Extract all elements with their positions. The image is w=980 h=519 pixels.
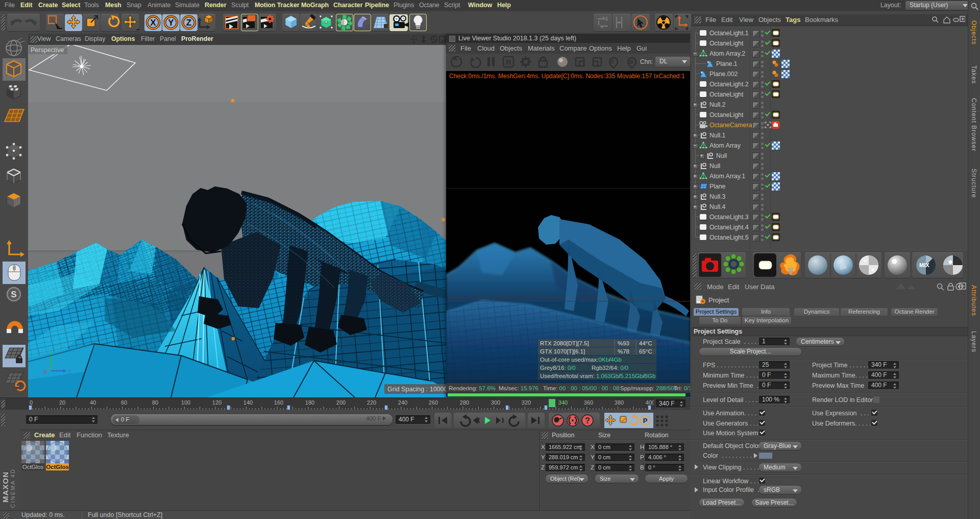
svg-text:Spp/maxspp: 288/500: Spp/maxspp: 288/500 bbox=[620, 385, 677, 391]
svg-text:F: F bbox=[611, 59, 614, 65]
svg-text:65°C: 65°C bbox=[639, 348, 652, 355]
svg-text:X: X bbox=[43, 369, 47, 375]
svg-text:Perspective: Perspective bbox=[31, 46, 64, 54]
svg-text:P: P bbox=[643, 417, 648, 424]
svg-text:Tri: 0/1.843m: Tri: 0/1.843m bbox=[674, 385, 690, 391]
svg-text:Y: Y bbox=[48, 349, 53, 356]
svg-text:%78: %78 bbox=[618, 348, 629, 355]
svg-text:Rgb32/64: 0/0: Rgb32/64: 0/0 bbox=[592, 365, 628, 371]
svg-text:X: X bbox=[150, 18, 156, 28]
svg-text:Y: Y bbox=[168, 18, 174, 28]
svg-text:M: M bbox=[629, 59, 633, 65]
svg-text:Grey8/16: 0/0: Grey8/16: 0/0 bbox=[540, 365, 576, 371]
svg-text:RTX 2080[DT][7.5]: RTX 2080[DT][7.5] bbox=[540, 340, 589, 346]
svg-text:S: S bbox=[11, 290, 16, 299]
svg-text:44°C: 44°C bbox=[639, 340, 652, 346]
svg-text:Z: Z bbox=[186, 18, 191, 28]
svg-text:Z: Z bbox=[68, 369, 71, 375]
svg-text:Check:0ms./1ms. MeshGen:4ms. U: Check:0ms./1ms. MeshGen:4ms. Update[C]:0… bbox=[449, 73, 685, 80]
svg-text:?: ? bbox=[585, 416, 590, 425]
svg-text:Time: 00 : 00 : 05/00 : 00 : 0: Time: 00 : 00 : 05/00 : 00 : 08 bbox=[543, 385, 620, 391]
svg-text:Ms/sec: 15.976: Ms/sec: 15.976 bbox=[499, 385, 538, 391]
svg-text:MIX: MIX bbox=[919, 262, 929, 268]
svg-text:Used/free/total vram: 1.063Gb/: Used/free/total vram: 1.063Gb/5.215Gb/8G… bbox=[540, 373, 655, 379]
svg-text:Out-of-core used/max:0Kb/4Gb: Out-of-core used/max:0Kb/4Gb bbox=[540, 357, 622, 363]
svg-text:R: R bbox=[506, 58, 511, 66]
svg-text:%93: %93 bbox=[618, 340, 629, 346]
svg-text:Rendering: 57.6%: Rendering: 57.6% bbox=[449, 385, 496, 391]
svg-text:GTX 1070[T][6.1]: GTX 1070[T][6.1] bbox=[540, 348, 585, 355]
